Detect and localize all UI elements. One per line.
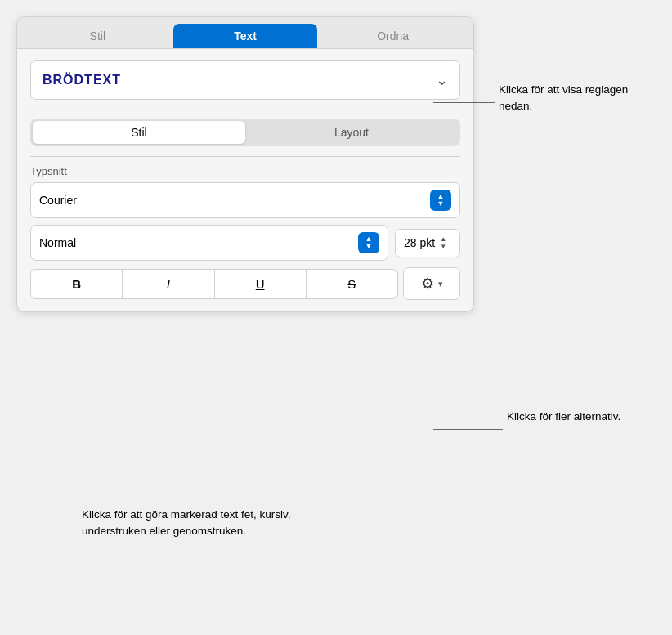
inspector-panel: Stil Text Ordna BRÖDTEXT ⌄ Stil Layout T…	[16, 16, 474, 312]
stepper-down-icon: ▼	[437, 200, 445, 208]
callout-arrow-bottom-right	[433, 429, 503, 430]
font-family-stepper[interactable]: ▲ ▼	[430, 190, 451, 211]
tab-text[interactable]: Text	[173, 24, 318, 48]
sub-tab-bar: Stil Layout	[30, 119, 460, 146]
paragraph-style-label: BRÖDTEXT	[43, 73, 121, 87]
paragraph-style-selector[interactable]: BRÖDTEXT ⌄	[30, 60, 460, 100]
stepper-inner: ▲ ▼	[437, 193, 445, 208]
size-up-icon[interactable]: ▲	[440, 236, 446, 243]
tab-bar: Stil Text Ordna	[17, 17, 473, 49]
font-size-value: 28 pkt	[404, 236, 435, 249]
size-down-icon[interactable]: ▼	[440, 244, 446, 250]
format-buttons-group: B I U S	[30, 269, 398, 299]
style-stepper-down-icon: ▼	[365, 243, 373, 250]
font-family-selector[interactable]: Courier ▲ ▼	[30, 182, 460, 218]
callout-bottom-right: Klicka för fler alternativ.	[507, 409, 646, 425]
font-style-row: Normal ▲ ▼ 28 pkt ▲ ▼	[30, 225, 460, 261]
underline-button[interactable]: U	[215, 270, 307, 298]
tab-stil[interactable]: Stil	[25, 24, 170, 48]
more-chevron-icon: ▾	[438, 279, 443, 289]
callout-arrow-top-right	[433, 102, 495, 103]
font-style-value: Normal	[39, 236, 76, 249]
sub-tab-layout[interactable]: Layout	[245, 121, 458, 144]
bold-button[interactable]: B	[31, 270, 123, 298]
font-family-value: Courier	[39, 194, 77, 207]
format-row: B I U S ⚙ ▾	[30, 267, 460, 300]
size-stepper[interactable]: ▲ ▼	[440, 236, 446, 250]
font-style-stepper[interactable]: ▲ ▼	[358, 232, 379, 253]
style-stepper-inner: ▲ ▼	[365, 235, 373, 250]
sub-tab-stil[interactable]: Stil	[33, 121, 245, 144]
italic-button[interactable]: I	[123, 270, 214, 298]
panel-body: BRÖDTEXT ⌄ Stil Layout Typsnitt Courier …	[17, 49, 473, 311]
chevron-down-icon: ⌄	[436, 71, 448, 89]
more-options-button[interactable]: ⚙ ▾	[403, 267, 460, 300]
font-section-label: Typsnitt	[30, 165, 460, 177]
callout-top-right: Klicka för att visa reglagen nedan.	[499, 82, 646, 115]
callout-arrow-bottom-center	[164, 471, 164, 512]
gear-icon: ⚙	[421, 275, 434, 293]
divider-1	[30, 110, 460, 110]
strikethrough-button[interactable]: S	[307, 270, 397, 298]
font-style-selector[interactable]: Normal ▲ ▼	[30, 225, 388, 261]
callout-bottom: Klicka för att göra markerad text fet, k…	[82, 507, 311, 540]
divider-2	[30, 156, 460, 157]
tab-ordna[interactable]: Ordna	[320, 24, 465, 48]
font-size-box[interactable]: 28 pkt ▲ ▼	[395, 229, 460, 257]
